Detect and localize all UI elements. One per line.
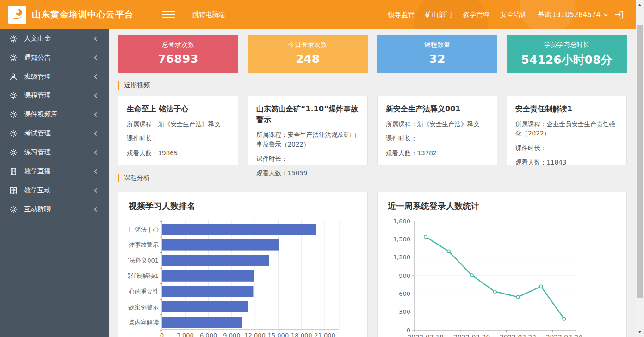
svg-text:事故案例警示: 事故案例警示 xyxy=(128,304,159,311)
svg-text:18,000: 18,000 xyxy=(291,332,312,337)
header-nav-item[interactable]: 基础 xyxy=(538,10,551,19)
svg-text:收心的重要性: 收心的重要性 xyxy=(128,288,159,295)
chevron-left-icon xyxy=(93,149,99,156)
logout-icon[interactable] xyxy=(614,9,625,20)
header-nav-item[interactable]: 教学管理 xyxy=(463,10,489,19)
line-chart-title: 近一周系统登录人数统计 xyxy=(388,201,617,212)
sidebar-item[interactable]: 课程管理 xyxy=(0,86,109,105)
hamburger-menu-icon[interactable] xyxy=(162,9,175,20)
chevron-left-icon xyxy=(93,187,99,194)
stat-label: 今日登录次数 xyxy=(248,35,368,49)
sidebar-item-icon xyxy=(9,110,18,119)
video-duration: 课件时长： xyxy=(127,134,229,143)
header-nav: 领导监管 矿山部门 教学管理 安全培训 基础 xyxy=(388,10,551,19)
sidebar-item-label: 人文山金 xyxy=(24,34,51,43)
scrollbar xyxy=(636,0,644,337)
svg-text:1,200: 1,200 xyxy=(393,254,410,261)
line-chart: 03006009001,2001,5001,8002022-03-182022-… xyxy=(387,216,617,337)
video-card[interactable]: 安全责任制解读1 所属课程：企业全员安全生产责任强化（2022） 课件时长： 观… xyxy=(507,96,627,165)
section-accent-bar xyxy=(118,174,119,182)
sidebar-item[interactable]: 通知公告 xyxy=(0,48,109,67)
video-card[interactable]: 生命至上 铭法于心 所属课程：新《安全生产法》释义 课件时长： 观看人数：198… xyxy=(118,96,238,165)
line-chart-card: 近一周系统登录人数统计 03006009001,2001,5001,800202… xyxy=(377,192,627,337)
sidebar-item-label: 练习管理 xyxy=(24,148,51,157)
stat-card: 今日登录次数 248 xyxy=(248,35,368,73)
sidebar-item-icon xyxy=(9,186,18,195)
svg-text:至上 铭法于心: 至上 铭法于心 xyxy=(128,226,159,233)
header-nav-item[interactable]: 矿山部门 xyxy=(425,10,452,19)
stat-card: 课程数量 32 xyxy=(377,35,497,73)
sidebar-item[interactable]: 课件视频库 xyxy=(0,105,109,124)
chevron-down-icon xyxy=(603,13,608,17)
video-card[interactable]: 新安全生产法释义001 所属课程：新《安全生产法》释义 课件时长： 观看人数：1… xyxy=(377,96,497,165)
brand-logo-icon xyxy=(8,6,26,24)
svg-text:300: 300 xyxy=(399,308,410,315)
sidebar-item-icon xyxy=(9,73,18,81)
sidebar-item-label: 课件视频库 xyxy=(24,110,58,119)
video-viewers: 观看人数：13782 xyxy=(386,148,489,158)
chevron-left-icon xyxy=(93,92,99,99)
section-recent-videos: 近期视频 xyxy=(118,81,627,90)
chevron-left-icon xyxy=(93,74,99,80)
svg-text:产法释义001: 产法释义001 xyxy=(128,257,159,264)
stat-card: 学员学习总时长 54126小时08分 xyxy=(507,35,627,73)
sidebar-item-icon xyxy=(9,129,18,138)
video-card[interactable]: 山东笏山金矿“1.10”爆炸事故警示 所属课程：安全生产法律法规及矿山事故警示（… xyxy=(248,96,368,165)
svg-text:21,000: 21,000 xyxy=(314,332,335,337)
sidebar-item-icon xyxy=(9,54,18,62)
svg-text:2022-03-20: 2022-03-20 xyxy=(454,333,490,337)
svg-text:爆炸事故警示: 爆炸事故警示 xyxy=(128,241,159,248)
chevron-left-icon xyxy=(93,111,99,118)
main-content: 总登录次数 76893 今日登录次数 248 课程数量 32 学员学习总时长 5… xyxy=(109,29,636,337)
sidebar-item-label: 通知公告 xyxy=(24,53,51,62)
sidebar-item[interactable]: 人文山金 xyxy=(0,29,109,48)
video-viewers: 观看人数：11843 xyxy=(515,158,618,167)
user-phone: 13105284674 xyxy=(552,11,601,19)
stats-row: 总登录次数 76893 今日登录次数 248 课程数量 32 学员学习总时长 5… xyxy=(118,35,627,73)
section-accent-bar xyxy=(118,81,119,90)
sidebar-item[interactable]: 考试管理 xyxy=(0,124,109,143)
sidebar-item-label: 互动群聊 xyxy=(24,205,51,214)
sidebar-item-icon xyxy=(9,167,18,176)
video-title: 安全责任制解读1 xyxy=(515,104,618,114)
svg-text:重点内容解读: 重点内容解读 xyxy=(128,319,159,326)
scroll-up-arrow[interactable] xyxy=(638,4,642,6)
svg-text:3,000: 3,000 xyxy=(177,332,194,337)
sidebar-item[interactable]: 班级管理 xyxy=(0,67,109,86)
stat-value: 54126小时08分 xyxy=(507,52,627,67)
stat-label: 课程数量 xyxy=(377,35,497,49)
video-course: 所属课程：企业全员安全生产责任强化（2022） xyxy=(515,119,618,138)
svg-text:2022-03-24: 2022-03-24 xyxy=(546,333,582,337)
svg-text:2022-03-22: 2022-03-22 xyxy=(500,333,536,337)
jump-to-pc-link[interactable]: 跳转电脑端 xyxy=(192,11,225,19)
sidebar-item-icon xyxy=(9,92,18,100)
sidebar: 人文山金 通知公告 班级管理 课程管理 xyxy=(0,29,109,337)
header-nav-item[interactable]: 安全培训 xyxy=(500,10,527,19)
svg-text:12,000: 12,000 xyxy=(244,332,266,337)
svg-text:1,800: 1,800 xyxy=(393,218,410,225)
stat-value: 76893 xyxy=(118,52,238,66)
sidebar-item-label: 考试管理 xyxy=(24,129,51,138)
sidebar-item[interactable]: 教学互动 xyxy=(0,181,109,200)
svg-text:900: 900 xyxy=(399,272,410,279)
user-phone-dropdown[interactable]: 13105284674 xyxy=(552,11,608,19)
scrollbar-thumb[interactable] xyxy=(637,25,643,298)
sidebar-item[interactable]: 互动群聊 xyxy=(0,200,109,219)
sidebar-item[interactable]: 练习管理 xyxy=(0,143,109,162)
svg-text:6,000: 6,000 xyxy=(200,332,217,337)
sidebar-item-label: 教学互动 xyxy=(24,186,51,195)
svg-text:1,500: 1,500 xyxy=(393,236,410,243)
videos-row: 生命至上 铭法于心 所属课程：新《安全生产法》释义 课件时长： 观看人数：198… xyxy=(118,96,627,165)
video-duration: 课件时长： xyxy=(256,154,359,163)
video-viewers: 观看人数：19865 xyxy=(127,148,229,158)
sidebar-item-label: 班级管理 xyxy=(24,72,51,81)
video-title: 山东笏山金矿“1.10”爆炸事故警示 xyxy=(256,104,359,125)
svg-text:600: 600 xyxy=(399,290,410,297)
sidebar-item-icon xyxy=(9,148,18,157)
scroll-down-arrow[interactable] xyxy=(638,331,642,333)
sidebar-item[interactable]: 教学直播 xyxy=(0,162,109,181)
charts-row: 视频学习人数排名 至上 铭法于心爆炸事故警示产法释义001全责任制解读1收心的重… xyxy=(118,192,627,337)
chevron-left-icon xyxy=(93,55,99,61)
sidebar-item-icon xyxy=(9,35,18,43)
header-nav-item[interactable]: 领导监管 xyxy=(388,10,415,19)
